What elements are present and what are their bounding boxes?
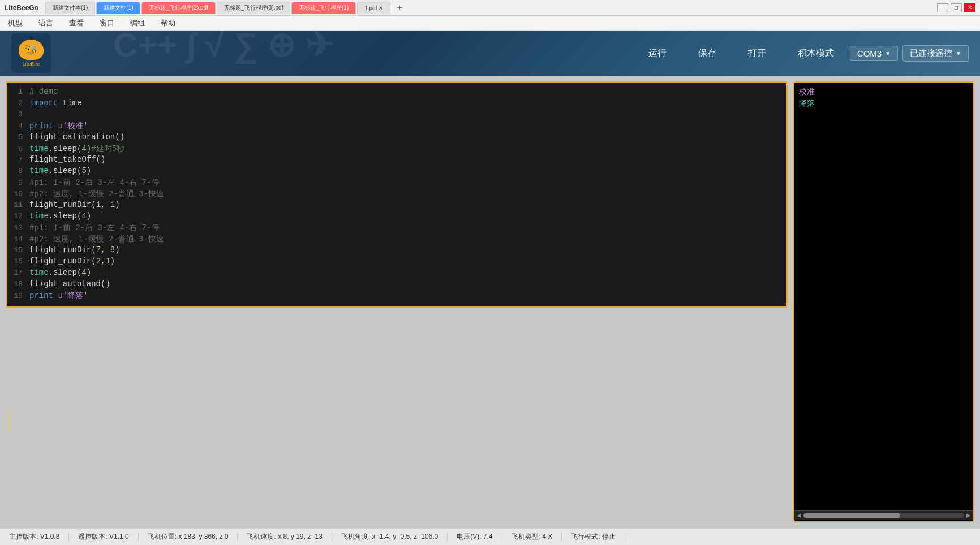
tab-2[interactable]: 新建文件(1) — [96, 2, 140, 14]
token: . — [49, 144, 53, 153]
save-button[interactable]: 保存 — [691, 44, 723, 63]
status-item-4: 飞机角度: x -1.4, y -0.5, z -106.0 — [332, 532, 448, 542]
code-content[interactable]: 1# demo2import time3 4print u'校准'5flight… — [7, 83, 786, 306]
token: . — [49, 268, 53, 277]
code-line-17: 17time.sleep(4) — [7, 268, 786, 279]
token: time — [29, 211, 49, 220]
code-line-10: 10#p2: 速度, 1-缓慢 2-普通 3-快速 — [7, 189, 786, 200]
line-number-11: 11 — [7, 201, 29, 209]
blocks-mode-button[interactable]: 积木模式 — [791, 44, 841, 63]
app-logo: 🐝 LiteBee — [11, 33, 51, 73]
token: 7 — [96, 245, 101, 254]
code-editor[interactable]: 1# demo2import time3 4print u'校准'5flight… — [6, 81, 788, 308]
window-controls: — □ ✕ — [937, 3, 975, 12]
token: 1 — [96, 200, 101, 209]
tab-5[interactable]: 无标题_飞行程序(1) — [291, 2, 356, 14]
browser-tabs: 新建文件本(1) 新建文件(1) 无标题_飞行程序(2).pdf 无标题_飞行程… — [45, 2, 932, 14]
line-number-2: 2 — [7, 99, 29, 107]
output-line: 校准 — [799, 87, 969, 97]
tab-4[interactable]: 无标题_飞行程序(3).pdf — [217, 2, 290, 14]
token: 5 — [81, 166, 86, 175]
status-bar: 主控版本: V1.0.8遥控版本: V1.1.0飞机位置: x 183, y 3… — [0, 528, 980, 545]
run-button[interactable]: 运行 — [642, 44, 673, 63]
new-tab-button[interactable]: + — [392, 2, 407, 14]
code-line-1: 1# demo — [7, 87, 786, 98]
menu-yuyan[interactable]: 语言 — [35, 17, 57, 29]
code-line-14: 14#p2: 速度, 1-缓慢 2-普通 3-快速 — [7, 234, 786, 245]
token: 2 — [96, 257, 101, 266]
line-code-15: flight_runDir(7, 8) — [29, 245, 120, 254]
token: 4 — [81, 268, 86, 277]
token: sleep( — [53, 144, 81, 153]
minimize-button[interactable]: — — [937, 3, 948, 12]
output-scrollbar[interactable]: ◀ ▶ — [794, 510, 973, 520]
token: , — [101, 245, 110, 254]
line-number-1: 1 — [7, 88, 29, 96]
token: 4 — [81, 144, 86, 153]
line-code-5: flight_calibration() — [29, 132, 124, 141]
code-line-16: 16flight_runDir(2,1) — [7, 257, 786, 268]
status-item-1: 遥控版本: V1.1.0 — [69, 532, 138, 542]
status-item-6: 飞机类型: 4 X — [502, 532, 562, 542]
token: flight_autoLand() — [29, 279, 110, 288]
editor-wrapper: 1# demo2import time3 4print u'校准'5flight… — [6, 81, 788, 522]
line-number-5: 5 — [7, 133, 29, 141]
code-line-3: 3 — [7, 110, 786, 121]
code-line-9: 9#p1: 1-前 2-后 3-左 4-右 7-停 — [7, 178, 786, 189]
status-item-7: 飞行模式: 停止 — [562, 532, 625, 542]
line-code-14: #p2: 速度, 1-缓慢 2-普通 3-快速 — [29, 234, 164, 244]
token: import — [29, 98, 63, 107]
token: . — [49, 211, 53, 220]
token: ) — [87, 211, 91, 220]
com-selector[interactable]: COM3 ▼ — [850, 46, 898, 61]
line-code-13: #p1: 1-前 2-后 3-左 4-右 7-停 — [29, 223, 160, 233]
code-line-18: 18flight_autoLand() — [7, 279, 786, 291]
token: print — [29, 291, 58, 300]
line-code-6: time.sleep(4)#延时5秒 — [29, 144, 124, 154]
scroll-track[interactable] — [803, 513, 964, 518]
line-code-19: print u'降落' — [29, 291, 88, 301]
scroll-thumb[interactable] — [803, 513, 900, 518]
menu-bianzhu[interactable]: 编组 — [127, 17, 148, 29]
code-line-12: 12time.sleep(4) — [7, 211, 786, 223]
maximize-button[interactable]: □ — [951, 3, 962, 12]
scroll-right-arrow[interactable]: ▶ — [966, 512, 971, 518]
close-button[interactable]: ✕ — [964, 3, 975, 12]
open-button[interactable]: 打开 — [741, 44, 773, 63]
token: 1 — [105, 257, 110, 266]
line-number-17: 17 — [7, 269, 29, 277]
connected-button[interactable]: 已连接遥控 ▼ — [902, 45, 969, 62]
line-code-3 — [29, 110, 34, 119]
token: #p1: 1-前 2-后 3-左 4-右 7-停 — [29, 178, 160, 187]
code-line-11: 11flight_runDir(1, 1) — [7, 200, 786, 211]
menu-bar: 机型 语言 查看 窗口 编组 帮助 — [0, 16, 980, 31]
scroll-left-arrow[interactable]: ◀ — [797, 512, 801, 518]
output-panel: 校准降落 ◀ ▶ — [793, 81, 974, 522]
token: ) — [87, 144, 91, 153]
token: #延时5秒 — [91, 144, 124, 153]
token: 1 — [110, 200, 115, 209]
bracket-left-1: ) — [8, 409, 11, 419]
tab-6[interactable]: 1.pdf ✕ — [357, 2, 390, 14]
connected-label: 已连接遥控 — [910, 48, 952, 59]
token: ) — [87, 166, 91, 175]
code-line-2: 2import time — [7, 98, 786, 110]
com-label: COM3 — [857, 49, 882, 58]
token: u'降落' — [58, 291, 88, 300]
menu-chuangkou[interactable]: 窗口 — [96, 17, 118, 29]
line-code-1: # demo — [29, 87, 58, 96]
code-line-6: 6time.sleep(4)#延时5秒 — [7, 144, 786, 155]
code-line-5: 5flight_calibration() — [7, 132, 786, 144]
token: . — [49, 166, 53, 175]
menu-jixing[interactable]: 机型 — [5, 17, 26, 29]
tab-1[interactable]: 新建文件本(1) — [45, 2, 95, 14]
line-code-12: time.sleep(4) — [29, 211, 91, 220]
line-number-10: 10 — [7, 190, 29, 198]
code-line-7: 7flight_takeOff() — [7, 155, 786, 166]
token: #p2: 速度, 1-缓慢 2-普通 3-快速 — [29, 235, 164, 244]
line-code-4: print u'校准' — [29, 121, 88, 131]
tab-3[interactable]: 无标题_飞行程序(2).pdf — [141, 2, 215, 14]
menu-bangzhu[interactable]: 帮助 — [157, 17, 179, 29]
menu-chakan[interactable]: 查看 — [66, 17, 87, 29]
token: ) — [115, 245, 119, 254]
